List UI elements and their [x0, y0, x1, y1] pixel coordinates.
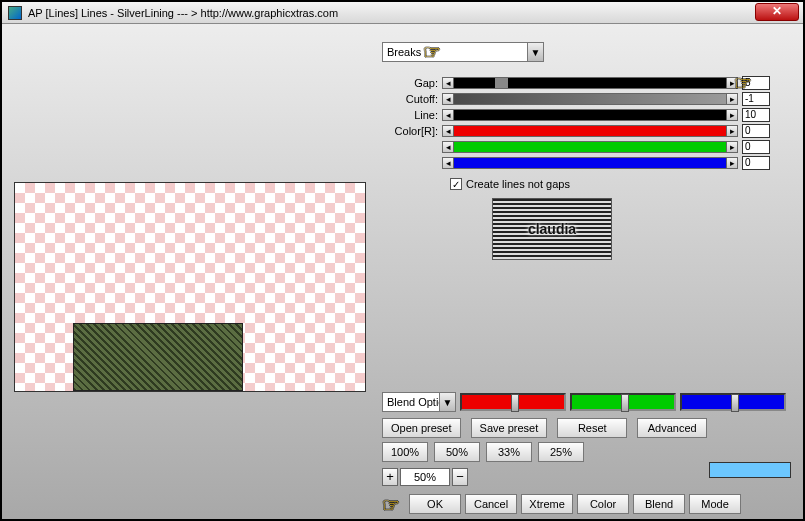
zoom-out-button[interactable]: − [452, 468, 468, 486]
param-row: Cutoff:◂▸-1 [382, 92, 795, 106]
slider-track[interactable] [454, 157, 726, 169]
param-row: Color[R]:◂▸0 [382, 124, 795, 138]
slider-thumb[interactable] [731, 394, 739, 412]
channel-slider[interactable] [460, 393, 566, 411]
zoom-50pct-button[interactable]: 50% [434, 442, 480, 462]
blend-dropdown[interactable]: Blend Optic ▼ [382, 392, 456, 412]
zoom-100pct-button[interactable]: 100% [382, 442, 428, 462]
increment-button[interactable]: ▸ [726, 109, 738, 121]
increment-button[interactable]: ▸ [726, 125, 738, 137]
zoom-33pct-button[interactable]: 33% [486, 442, 532, 462]
chevron-down-icon[interactable]: ▼ [527, 43, 543, 61]
param-value[interactable]: 0 [742, 124, 770, 138]
pointer-icon [382, 496, 408, 514]
slider-track[interactable] [454, 141, 726, 153]
zoom-in-button[interactable]: + [382, 468, 398, 486]
decrement-button[interactable]: ◂ [442, 141, 454, 153]
create-lines-checkbox[interactable]: ✓ [450, 178, 462, 190]
param-label: Color[R]: [382, 125, 442, 137]
close-button[interactable]: ✕ [755, 3, 799, 21]
param-value[interactable]: 0 [742, 156, 770, 170]
chevron-down-icon[interactable]: ▼ [439, 393, 455, 411]
param-slider[interactable]: ◂▸ [442, 109, 738, 121]
slider-thumb[interactable] [511, 394, 519, 412]
open-preset-button[interactable]: Open preset [382, 418, 461, 438]
brand-logo: claudia [492, 198, 612, 260]
preview-result [73, 323, 243, 391]
brand-logo-text: claudia [528, 221, 576, 237]
preview-canvas[interactable] [14, 182, 366, 392]
param-row: Gap:◂▸5 [382, 76, 795, 90]
zoom-value[interactable]: 50% [400, 468, 450, 486]
zoom-25pct-button[interactable]: 25% [538, 442, 584, 462]
param-value[interactable]: 5 [742, 76, 770, 90]
controls-panel: Breaks ▼ Gap:◂▸5Cutoff:◂▸-1Line:◂▸10Colo… [382, 42, 795, 190]
param-label: Line: [382, 109, 442, 121]
decrement-button[interactable]: ◂ [442, 125, 454, 137]
param-slider[interactable]: ◂▸ [442, 157, 738, 169]
param-label: Cutoff: [382, 93, 442, 105]
blend-dropdown-value: Blend Optic [387, 396, 444, 408]
decrement-button[interactable]: ◂ [442, 157, 454, 169]
decrement-button[interactable]: ◂ [442, 77, 454, 89]
param-value[interactable]: 10 [742, 108, 770, 122]
slider-track[interactable] [454, 109, 726, 121]
color-button[interactable]: Color [577, 494, 629, 514]
ok-button[interactable]: OK [409, 494, 461, 514]
titlebar: AP [Lines] Lines - SilverLining --- > ht… [2, 2, 803, 24]
decrement-button[interactable]: ◂ [442, 93, 454, 105]
mode-dropdown-value: Breaks [387, 46, 421, 58]
slider-thumb[interactable] [621, 394, 629, 412]
pointer-icon [423, 43, 449, 61]
param-row: Line:◂▸10 [382, 108, 795, 122]
increment-button[interactable]: ▸ [726, 157, 738, 169]
param-slider[interactable]: ◂▸ [442, 141, 738, 153]
save-preset-button[interactable]: Save preset [471, 418, 548, 438]
plugin-window: AP [Lines] Lines - SilverLining --- > ht… [0, 0, 805, 521]
param-slider[interactable]: ◂▸ [442, 77, 738, 89]
advanced-button[interactable]: Advanced [637, 418, 707, 438]
param-row: ◂▸0 [382, 140, 795, 154]
increment-button[interactable]: ▸ [726, 93, 738, 105]
window-title: AP [Lines] Lines - SilverLining --- > ht… [28, 7, 803, 19]
param-value[interactable]: 0 [742, 140, 770, 154]
slider-track[interactable] [454, 93, 726, 105]
channel-slider[interactable] [570, 393, 676, 411]
increment-button[interactable]: ▸ [726, 77, 738, 89]
slider-track[interactable] [454, 77, 726, 89]
create-lines-label: Create lines not gaps [466, 178, 570, 190]
app-icon [8, 6, 22, 20]
color-swatch[interactable] [709, 462, 791, 478]
xtreme-button[interactable]: Xtreme [521, 494, 573, 514]
channel-slider[interactable] [680, 393, 786, 411]
cancel-button[interactable]: Cancel [465, 494, 517, 514]
decrement-button[interactable]: ◂ [442, 109, 454, 121]
reset-button[interactable]: Reset [557, 418, 627, 438]
param-slider[interactable]: ◂▸ [442, 93, 738, 105]
param-row: ◂▸0 [382, 156, 795, 170]
blend-button[interactable]: Blend [633, 494, 685, 514]
param-slider[interactable]: ◂▸ [442, 125, 738, 137]
slider-track[interactable] [454, 125, 726, 137]
param-label: Gap: [382, 77, 442, 89]
param-value[interactable]: -1 [742, 92, 770, 106]
bottom-controls: Blend Optic ▼ Open presetSave presetRese… [382, 392, 795, 514]
mode-button[interactable]: Mode [689, 494, 741, 514]
increment-button[interactable]: ▸ [726, 141, 738, 153]
mode-dropdown[interactable]: Breaks ▼ [382, 42, 544, 62]
